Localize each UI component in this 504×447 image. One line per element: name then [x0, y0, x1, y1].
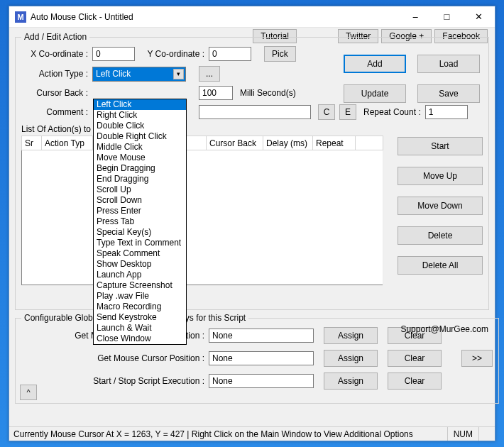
assign-button-2[interactable]: Assign [324, 372, 378, 390]
cursor-back-label: Cursor Back : [21, 88, 92, 98]
app-window: M Auto Mouse Click - Untitled ‒ □ ✕ Tuto… [9, 6, 495, 441]
shortcut-input-0[interactable] [209, 329, 314, 343]
x-input[interactable] [92, 47, 135, 61]
action-type-option[interactable]: Launch App [94, 270, 186, 280]
repeat-count-label: Repeat Count : [363, 107, 425, 117]
action-type-option[interactable]: Double Right Click [94, 131, 186, 142]
action-type-combo[interactable]: Left Click ▾ [92, 67, 186, 82]
action-type-option[interactable]: Capture Screenshot [94, 280, 186, 291]
col-repeat[interactable]: Repeat [313, 136, 356, 150]
action-type-option[interactable]: Middle Click [94, 142, 186, 153]
delay-unit-label: Milli Second(s) [240, 88, 296, 98]
update-button[interactable]: Update [344, 84, 406, 103]
right-button-column: Add Load Update Save [344, 55, 481, 103]
titlebar[interactable]: M Auto Mouse Click - Untitled ‒ □ ✕ [9, 6, 495, 28]
action-type-option[interactable]: Press Tab [94, 216, 186, 227]
chevron-down-icon[interactable]: ▾ [173, 69, 184, 79]
save-button[interactable]: Save [417, 84, 480, 103]
action-list-area: List Of Action(s) to Sr Action Typ Curso… [21, 124, 483, 285]
action-type-option[interactable]: End Dragging [94, 174, 186, 184]
action-type-dropdown[interactable]: Left ClickRight ClickDouble ClickDouble … [93, 99, 187, 345]
action-type-more-button[interactable]: ... [199, 66, 220, 82]
minimize-button[interactable]: ‒ [399, 6, 431, 27]
add-edit-group: Add / Edit Action Add Load Update Save X… [15, 32, 489, 310]
shortcut-label-1: Get Mouse Cursor Position : [21, 353, 209, 363]
shortcut-label-2: Start / Stop Script Execution : [21, 376, 209, 386]
status-bar: Currently Mouse Cursor At X = 1263, Y = … [9, 426, 495, 441]
action-type-option[interactable]: Scroll Up [94, 184, 186, 195]
action-type-option[interactable]: Scroll Down [94, 195, 186, 206]
shortcut-input-2[interactable] [209, 374, 314, 388]
action-type-option[interactable]: Launch & Wait [94, 323, 186, 333]
action-type-option[interactable]: Close Window [94, 333, 186, 344]
clear-button-2[interactable]: Clear [388, 372, 442, 390]
caret-up-button[interactable]: ^ [20, 385, 37, 400]
action-table[interactable]: Sr Action Typ Cursor Back Delay (ms) Rep… [21, 136, 383, 285]
action-type-option[interactable]: Special Key(s) [94, 227, 186, 238]
start-button[interactable]: Start [398, 137, 483, 155]
status-text: Currently Mouse Cursor At X = 1263, Y = … [13, 429, 413, 439]
add-edit-legend: Add / Edit Action [21, 32, 89, 42]
col-cursor-back[interactable]: Cursor Back [207, 136, 263, 150]
list-side-buttons: Start Move Up Move Down Delete Delete Al… [398, 137, 483, 275]
delete-button[interactable]: Delete [398, 226, 483, 245]
move-up-button[interactable]: Move Up [398, 167, 483, 185]
action-type-option[interactable]: Speak Comment [94, 248, 186, 259]
shortcut-input-1[interactable] [209, 351, 314, 365]
action-type-option[interactable]: Show Desktop [94, 259, 186, 270]
c-button[interactable]: C [318, 104, 335, 120]
action-type-option[interactable]: Double Click [94, 121, 186, 131]
more-button[interactable]: >> [461, 350, 493, 367]
action-type-label: Action Type : [21, 69, 92, 79]
delay-input[interactable] [199, 86, 233, 100]
assign-button-0[interactable]: Assign [324, 327, 378, 344]
app-icon: M [15, 11, 26, 23]
move-down-button[interactable]: Move Down [398, 197, 483, 215]
action-type-selected: Left Click [96, 69, 131, 79]
action-type-option[interactable]: Macro Recording [94, 302, 186, 312]
y-input[interactable] [209, 47, 251, 61]
shortcut-row-2: Start / Stop Script Execution : Assign C… [21, 372, 493, 390]
action-type-option[interactable]: Type Text in Comment [94, 238, 186, 248]
action-type-option[interactable]: Left Click [94, 99, 186, 110]
col-blank[interactable] [356, 136, 383, 150]
delete-all-button[interactable]: Delete All [398, 256, 483, 275]
window-title: Auto Mouse Click - Untitled [31, 12, 399, 22]
maximize-button[interactable]: □ [431, 6, 463, 27]
client-area: Tutorial Twitter Google + Facebook Add /… [9, 28, 495, 441]
add-button[interactable]: Add [344, 55, 406, 73]
action-type-option[interactable]: Begin Dragging [94, 163, 186, 174]
action-list-label: List Of Action(s) to [21, 124, 91, 134]
clear-button-1[interactable]: Clear [388, 350, 442, 367]
table-row[interactable] [22, 150, 383, 285]
status-grip[interactable] [478, 427, 491, 441]
shortcut-row-1: Get Mouse Cursor Position : Assign Clear… [21, 350, 493, 367]
action-type-option[interactable]: Right Click [94, 110, 186, 121]
load-button[interactable]: Load [417, 55, 480, 73]
comment-label: Comment : [21, 107, 92, 117]
x-label: X Co-ordinate : [21, 49, 92, 59]
col-action-type[interactable]: Action Typ [42, 136, 93, 150]
col-sr[interactable]: Sr [22, 136, 42, 150]
comment-input[interactable] [199, 105, 311, 119]
action-type-option[interactable]: Press Enter [94, 206, 186, 216]
assign-button-1[interactable]: Assign [324, 350, 378, 367]
y-label: Y Co-ordinate : [141, 49, 209, 59]
action-type-option[interactable]: Send Keystroke [94, 312, 186, 323]
col-delay[interactable]: Delay (ms) [263, 136, 313, 150]
support-link[interactable]: Support@MurGee.com [400, 324, 488, 334]
pick-button[interactable]: Pick [264, 46, 296, 62]
status-num: NUM [447, 427, 478, 441]
close-button[interactable]: ✕ [463, 6, 495, 27]
repeat-count-input[interactable] [425, 105, 468, 119]
action-type-option[interactable]: Move Mouse [94, 153, 186, 163]
action-type-option[interactable]: Play .wav File [94, 291, 186, 302]
shortcuts-group: Configurable Global Keyboard Shortcut Ke… [15, 313, 499, 404]
e-button[interactable]: E [339, 104, 356, 120]
